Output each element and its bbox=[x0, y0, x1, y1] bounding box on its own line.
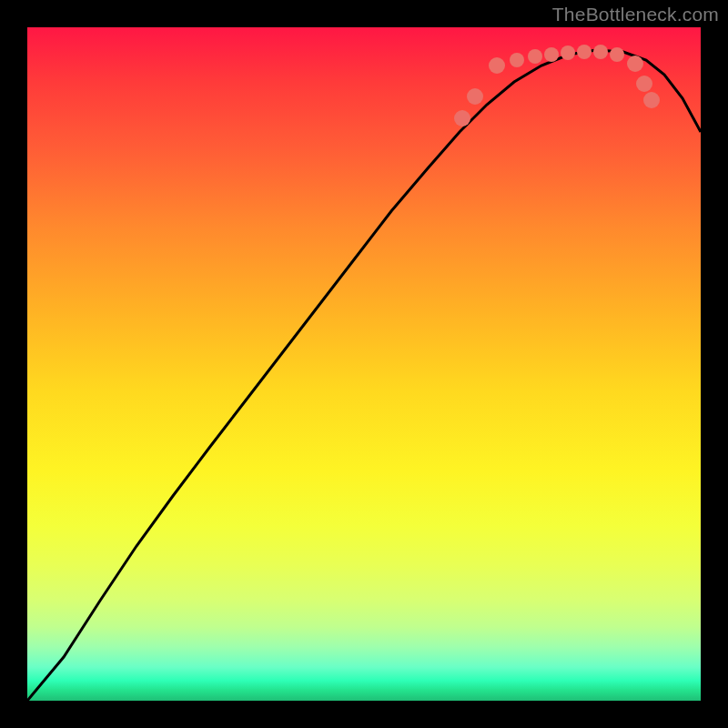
data-point bbox=[528, 49, 542, 64]
data-point bbox=[454, 110, 470, 126]
bottleneck-curve bbox=[27, 50, 701, 701]
data-point bbox=[610, 47, 624, 62]
chart-plot-area bbox=[27, 27, 701, 701]
chart-frame: TheBottleneck.com bbox=[0, 0, 728, 728]
data-point bbox=[627, 56, 643, 72]
data-point bbox=[510, 53, 524, 67]
data-point bbox=[489, 57, 505, 74]
data-point bbox=[577, 45, 592, 59]
data-point bbox=[593, 45, 608, 59]
data-point bbox=[636, 76, 652, 92]
data-point bbox=[561, 46, 575, 60]
watermark-text: TheBottleneck.com bbox=[552, 4, 719, 25]
curve-layer bbox=[27, 27, 701, 701]
data-point bbox=[467, 88, 483, 105]
data-point bbox=[544, 47, 559, 62]
data-point bbox=[643, 92, 660, 108]
